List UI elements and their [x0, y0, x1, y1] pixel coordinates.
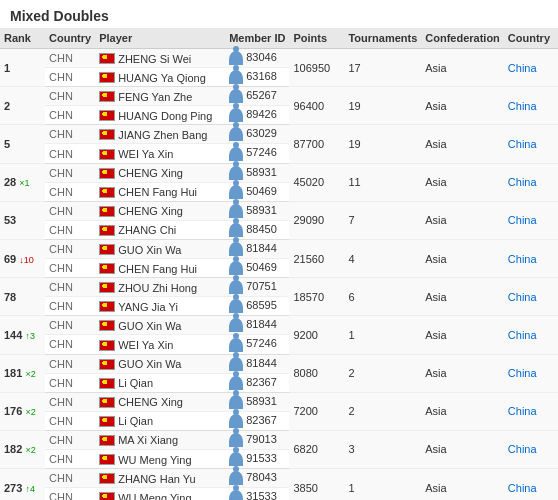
member-icon: [229, 242, 243, 256]
rank-change: ↑4: [25, 484, 35, 494]
rank-cell: 53: [0, 201, 45, 239]
destination-country-cell[interactable]: China: [504, 87, 558, 125]
member-icon: [229, 414, 243, 428]
destination-country-link[interactable]: China: [508, 405, 537, 417]
player-name-cell: WEI Ya Xin: [95, 144, 225, 163]
country-code: CHN: [45, 87, 95, 106]
rank-number: 5: [4, 138, 10, 150]
player-name-cell: Li Qian: [95, 411, 225, 430]
destination-country-link[interactable]: China: [508, 367, 537, 379]
rank-change: ×2: [25, 369, 35, 379]
points-cell: 6820: [289, 430, 344, 468]
country-code: CHN: [45, 201, 95, 220]
member-icon: [229, 376, 243, 390]
flag-icon: [99, 110, 115, 121]
tournaments-cell: 3: [344, 430, 421, 468]
country-code: CHN: [45, 488, 95, 500]
destination-country-cell[interactable]: China: [504, 354, 558, 392]
destination-country-cell[interactable]: China: [504, 239, 558, 277]
flag-icon: [99, 378, 115, 389]
player-name-cell: CHENG Xing: [95, 163, 225, 182]
destination-country-cell[interactable]: China: [504, 278, 558, 316]
flag-icon: [99, 206, 115, 217]
country-code: CHN: [45, 163, 95, 182]
flag-icon: [99, 340, 115, 351]
destination-country-cell[interactable]: China: [504, 125, 558, 163]
country-code: CHN: [45, 259, 95, 278]
destination-country-link[interactable]: China: [508, 100, 537, 112]
player-name: GUO Xin Wa: [118, 320, 181, 332]
table-row: 28 ×1CHNCHENG Xing 589314502011AsiaChina: [0, 163, 558, 182]
flag-icon: [99, 320, 115, 331]
destination-country-link[interactable]: China: [508, 443, 537, 455]
member-icon: [229, 70, 243, 84]
player-name-cell: MA Xi Xiang: [95, 430, 225, 449]
player-name: WU Meng Ying: [118, 454, 191, 466]
player-name: Li Qian: [118, 377, 153, 389]
player-name: JIANG Zhen Bang: [118, 129, 207, 141]
member-id: 58931: [246, 204, 277, 216]
player-name-cell: CHEN Fang Hui: [95, 259, 225, 278]
table-row: 182 ×2CHNMA Xi Xiang 7901368203AsiaChina: [0, 430, 558, 449]
player-name-cell: JIANG Zhen Bang: [95, 125, 225, 144]
destination-country-link[interactable]: China: [508, 253, 537, 265]
destination-country-link[interactable]: China: [508, 176, 537, 188]
flag-icon: [99, 492, 115, 500]
player-name: CHEN Fang Hui: [118, 263, 197, 275]
destination-country-link[interactable]: China: [508, 482, 537, 494]
points-cell: 8080: [289, 354, 344, 392]
player-name-cell: FENG Yan Zhe: [95, 87, 225, 106]
country-code: CHN: [45, 68, 95, 87]
player-name-cell: CHENG Xing: [95, 201, 225, 220]
destination-country-cell[interactable]: China: [504, 201, 558, 239]
player-name: YANG Jia Yi: [118, 301, 178, 313]
destination-country-cell[interactable]: China: [504, 469, 558, 500]
confederation-cell: Asia: [421, 469, 504, 500]
flag-icon: [99, 168, 115, 179]
flag-icon: [99, 282, 115, 293]
rank-number: 69: [4, 253, 16, 265]
destination-country-link[interactable]: China: [508, 138, 537, 150]
confederation-cell: Asia: [421, 430, 504, 468]
destination-country-cell[interactable]: China: [504, 316, 558, 354]
confederation-cell: Asia: [421, 278, 504, 316]
rank-cell: 176 ×2: [0, 392, 45, 430]
destination-country-cell[interactable]: China: [504, 430, 558, 468]
rank-number: 1: [4, 62, 10, 74]
player-name: ZHOU Zhi Hong: [118, 282, 197, 294]
flag-icon: [99, 187, 115, 198]
destination-country-link[interactable]: China: [508, 329, 537, 341]
confederation-cell: Asia: [421, 87, 504, 125]
destination-country-link[interactable]: China: [508, 291, 537, 303]
flag-icon: [99, 397, 115, 408]
table-row: 69 ↓10CHNGUO Xin Wa 81844215604AsiaChina: [0, 239, 558, 258]
destination-country-cell[interactable]: China: [504, 392, 558, 430]
rank-cell: 144 ↑3: [0, 316, 45, 354]
player-name: GUO Xin Wa: [118, 358, 181, 370]
confederation-header: Confederation: [421, 28, 504, 49]
member-id: 82367: [246, 376, 277, 388]
points-cell: 96400: [289, 87, 344, 125]
destination-country-link[interactable]: China: [508, 214, 537, 226]
player-name: Li Qian: [118, 415, 153, 427]
points-cell: 21560: [289, 239, 344, 277]
rank-change: ×2: [25, 407, 35, 417]
destination-country-cell[interactable]: China: [504, 163, 558, 201]
points-cell: 87700: [289, 125, 344, 163]
tournaments-cell: 1: [344, 316, 421, 354]
player-name-cell: ZHENG Si Wei: [95, 49, 225, 68]
rank-cell: 181 ×2: [0, 354, 45, 392]
member-id: 89426: [246, 108, 277, 120]
destination-country-cell[interactable]: China: [504, 49, 558, 87]
table-row: 181 ×2CHNGUO Xin Wa 8184480802AsiaChina: [0, 354, 558, 373]
destination-country-link[interactable]: China: [508, 62, 537, 74]
country-code: CHN: [45, 144, 95, 163]
player-name-cell: ZHANG Chi: [95, 220, 225, 239]
tournaments-cell: 1: [344, 469, 421, 500]
tournaments-cell: 17: [344, 49, 421, 87]
rank-cell: 182 ×2: [0, 430, 45, 468]
player-name: CHEN Fang Hui: [118, 186, 197, 198]
rank-number: 144: [4, 329, 22, 341]
flag-icon: [99, 72, 115, 83]
member-icon: [229, 261, 243, 275]
